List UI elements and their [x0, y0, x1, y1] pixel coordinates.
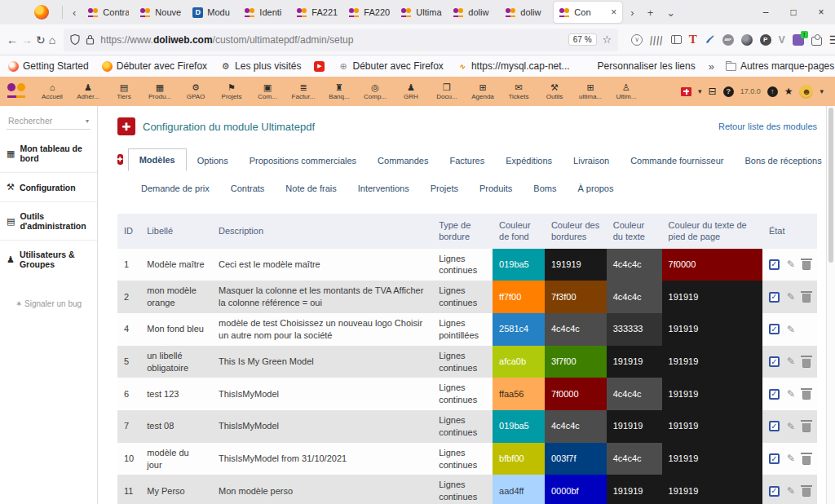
maximize-button[interactable]: □	[780, 7, 807, 18]
browser-tab[interactable]: Con×	[554, 2, 622, 23]
language-flag-icon[interactable]	[681, 87, 691, 96]
state-checkbox[interactable]: ✓	[769, 324, 780, 334]
delete-icon[interactable]	[802, 359, 811, 368]
topmenu-item-accountancy[interactable]: ◎Comp...	[357, 77, 393, 106]
topmenu-item-members[interactable]: ♟Adhér...	[70, 77, 106, 106]
delete-icon[interactable]	[802, 488, 811, 497]
delete-icon[interactable]	[802, 423, 811, 432]
delete-icon[interactable]	[802, 294, 811, 303]
topmenu-item-third-parties[interactable]: ▤Tiers	[106, 77, 142, 106]
topmenu-item-mrp[interactable]: ⚙GPAO	[178, 77, 214, 106]
browser-tab[interactable]: Ultima	[395, 0, 448, 24]
reload-button[interactable]: ↻	[36, 33, 46, 46]
tab-bons-de-r-ceptions[interactable]: Bons de réceptions	[734, 150, 832, 171]
bookmark-item[interactable]: Débuter avec Firefox	[102, 60, 207, 72]
browser-tab[interactable]: FA221	[291, 0, 343, 24]
topmenu-item-billing[interactable]: ≣Factur...	[285, 77, 321, 106]
text-tool-extension-icon[interactable]: T	[689, 33, 697, 46]
tab-factures[interactable]: Factures	[439, 150, 495, 171]
page-scrollbar[interactable]	[826, 106, 835, 504]
help-icon[interactable]: ?	[723, 86, 734, 97]
browser-tab[interactable]: Contra	[82, 0, 135, 24]
topmenu-item-hrm[interactable]: ♟GRH	[393, 77, 429, 106]
language-caret-icon[interactable]: ▾	[698, 87, 702, 95]
browser-tab[interactable]: Identi	[239, 0, 291, 24]
tab-options[interactable]: Options	[187, 150, 239, 171]
shield-icon[interactable]	[70, 34, 80, 45]
sidebar-item-dashboard[interactable]: ▦Mon tableau de bord	[0, 135, 97, 172]
tab-scroll-left-icon[interactable]: ‹	[66, 7, 82, 19]
other-bookmarks-folder[interactable]: Autres marque-pages	[726, 60, 834, 72]
print-icon[interactable]: ⊟	[709, 86, 717, 97]
update-icon[interactable]: ↑	[767, 86, 778, 97]
topmenu-item-documents[interactable]: ❒Docu...	[429, 77, 465, 106]
extension-badged-icon[interactable]: !	[793, 34, 804, 46]
extensions-puzzle-icon[interactable]	[811, 37, 822, 46]
topmenu-item-projects[interactable]: ⚑Projets	[214, 77, 250, 106]
state-checkbox[interactable]: ✓	[769, 259, 780, 270]
sidebar-toggle-icon[interactable]	[671, 35, 682, 44]
adblock-icon[interactable]: ABP	[722, 34, 734, 46]
tab-close-icon[interactable]: ×	[611, 7, 616, 18]
delete-icon[interactable]	[802, 391, 811, 400]
edit-icon[interactable]: ✎	[787, 323, 795, 336]
tab-demande-de-prix[interactable]: Demande de prix	[130, 178, 220, 199]
edit-icon[interactable]: ✎	[787, 290, 795, 303]
tab-contrats[interactable]: Contrats	[220, 178, 276, 199]
tab--propos[interactable]: À propos	[567, 178, 624, 199]
tab-interventions[interactable]: Interventions	[347, 178, 420, 199]
state-checkbox[interactable]: ✓	[769, 421, 780, 431]
bookmark-star-icon[interactable]: ☆	[603, 33, 612, 46]
tab-mod-les[interactable]: Modèles	[128, 148, 187, 171]
tab-exp-ditions[interactable]: Expéditions	[495, 150, 563, 171]
v-extension-icon[interactable]: V	[779, 34, 785, 46]
pocket-icon[interactable]: ∨	[631, 34, 643, 46]
user-avatar[interactable]: ☻	[799, 85, 813, 99]
browser-tab[interactable]: doliw	[448, 0, 500, 24]
back-button[interactable]: ←	[7, 33, 18, 46]
back-to-modules-link[interactable]: Retour liste des modules	[718, 122, 817, 131]
browser-tab[interactable]: DModu	[187, 0, 239, 24]
edit-icon[interactable]: ✎	[787, 484, 795, 497]
sidebar-item-admin-tools[interactable]: ▤Outils d'administration	[0, 201, 97, 240]
topmenu-item-bank[interactable]: ♜Banq...	[321, 77, 357, 106]
topmenu-item-products[interactable]: ▦Produ...	[142, 77, 178, 106]
tab-boms[interactable]: Boms	[523, 178, 567, 199]
topmenu-item-tools[interactable]: ⚒Outils	[537, 77, 572, 106]
topmenu-item-tickets[interactable]: ✉Tickets	[501, 77, 537, 106]
firefox-logo-icon[interactable]	[34, 5, 49, 20]
forward-button[interactable]: →	[21, 33, 33, 46]
bookmark-item[interactable]: ∿https://mysql.cap-net...	[457, 60, 570, 72]
tab-produits[interactable]: Produits	[469, 178, 523, 199]
topmenu-item-ultimatepdf[interactable]: ⊞ultima...	[572, 77, 608, 106]
report-bug-link[interactable]: ✶ Signaler un bug	[0, 299, 97, 308]
sidebar-item-users-groups[interactable]: ♟Utilisateurs & Groupes	[0, 240, 97, 278]
tab-commandes[interactable]: Commandes	[367, 150, 439, 171]
sidebar-item-configuration[interactable]: ⚒Configuration	[0, 172, 97, 201]
topmenu-item-commerce[interactable]: ▣Com...	[250, 77, 285, 106]
dolibarr-logo-icon[interactable]	[7, 82, 28, 100]
topmenu-item-home[interactable]: ⌂Accueil	[34, 77, 70, 106]
search-caret-icon[interactable]: ▾	[86, 117, 89, 125]
edit-icon[interactable]: ✎	[787, 258, 795, 271]
delete-icon[interactable]	[802, 261, 811, 270]
tab-livraison[interactable]: Livraison	[563, 150, 620, 171]
browser-tab[interactable]: doliw	[500, 0, 552, 24]
user-menu-caret-icon[interactable]: ▾	[820, 87, 824, 95]
library-icon[interactable]: ||||	[649, 34, 664, 46]
state-checkbox[interactable]: ✓	[769, 292, 780, 303]
tab-projets[interactable]: Projets	[420, 178, 469, 199]
address-bar[interactable]: https://www.doliweb.com/custom/ultimatep…	[64, 29, 618, 51]
topmenu-item-agenda[interactable]: ⊞Agenda	[465, 77, 501, 106]
eyedropper-icon[interactable]	[705, 34, 715, 45]
edit-icon[interactable]: ✎	[787, 355, 795, 368]
bookmarks-overflow-icon[interactable]: »	[709, 60, 714, 73]
state-checkbox[interactable]: ✓	[769, 356, 780, 367]
bookmark-item[interactable]: ⊕Débuter avec Firefox	[338, 60, 443, 72]
bookmark-item[interactable]: ▶	[314, 61, 325, 72]
tab-note-de-frais[interactable]: Note de frais	[275, 178, 347, 199]
bookmark-item[interactable]: Getting Started	[8, 60, 89, 72]
lock-icon[interactable]	[86, 34, 95, 45]
state-checkbox[interactable]: ✓	[769, 453, 780, 464]
browser-tab[interactable]: FA220	[343, 0, 395, 24]
